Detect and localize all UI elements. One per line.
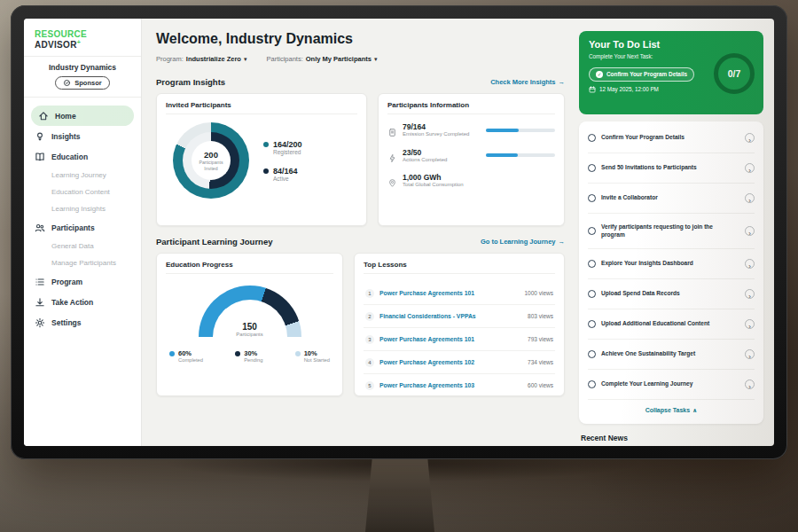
task-label: Upload Spend Data Records: [601, 290, 739, 298]
lesson-row: 4 Power Purchase Agreements 102 734 view…: [364, 351, 555, 374]
go-to-learning-journey-link[interactable]: Go to Learning Journey: [481, 238, 565, 246]
program-filter-value: Industrialize Zero: [186, 55, 241, 63]
sidebar-item-learning-insights[interactable]: Learning Insights: [24, 200, 141, 217]
legend-label: Active: [273, 176, 298, 182]
sidebar-item-program[interactable]: Program: [24, 271, 141, 292]
legend-item-pending: 30% Pending: [235, 349, 262, 363]
legend-label: Completed: [178, 357, 203, 363]
task-item[interactable]: Complete Your Learning Journey: [588, 370, 755, 400]
participants-filter-label: Participants:: [266, 55, 302, 63]
task-checkbox[interactable]: [588, 134, 596, 142]
sidebar-item-label: General Data: [51, 242, 94, 250]
sidebar-item-home[interactable]: Home: [31, 106, 134, 126]
task-item[interactable]: Invite a Collaborator: [588, 184, 755, 214]
chevron-right-icon[interactable]: [745, 133, 755, 143]
sidebar-item-manage-participants[interactable]: Manage Participants: [24, 254, 141, 271]
next-task-label: Confirm Your Program Details: [606, 71, 687, 77]
stat-global-consumption: 1,000 GWh Total Global Consumption: [387, 173, 555, 189]
sponsor-badge[interactable]: Sponsor: [55, 76, 109, 90]
donut-center-value: 200: [204, 150, 218, 160]
legend-item-not-started: 10% Not Started: [295, 349, 330, 363]
lesson-title-link[interactable]: Power Purchase Agreements 101: [379, 336, 522, 342]
logo-plus: +: [77, 39, 81, 45]
stat-value: 79/164: [403, 122, 481, 131]
invited-participants-card: Invited Participants 200 Participants In…: [156, 93, 367, 226]
task-item[interactable]: Upload Additional Educational Content: [588, 309, 755, 340]
chevron-right-icon[interactable]: [745, 163, 755, 173]
chevron-right-icon[interactable]: [745, 349, 755, 359]
task-checkbox[interactable]: [588, 260, 596, 268]
program-filter-dropdown[interactable]: Program: Industrialize Zero: [156, 55, 246, 63]
book-icon: [35, 152, 45, 162]
gear-icon: [35, 317, 45, 328]
sponsor-label: Sponsor: [74, 79, 101, 87]
task-checkbox[interactable]: [588, 320, 596, 328]
sidebar-item-label: Learning Journey: [51, 171, 106, 179]
chevron-right-icon[interactable]: [745, 259, 755, 269]
lesson-title-link[interactable]: Power Purchase Agreements 103: [379, 382, 522, 388]
chevron-right-icon[interactable]: [745, 289, 755, 299]
task-checkbox[interactable]: [588, 227, 596, 235]
todo-progress-ring: 0/7: [714, 53, 755, 94]
legend-dot-blue: [169, 351, 175, 356]
invited-donut-chart: 200 Participants Invited: [173, 122, 249, 199]
task-checkbox[interactable]: [588, 290, 596, 298]
legend-label: Registered: [273, 149, 302, 155]
sidebar-item-label: Insights: [51, 132, 81, 141]
stat-label: Emission Survey Completed: [403, 131, 481, 138]
legend-value: 164/200: [273, 140, 302, 149]
lesson-title-link[interactable]: Power Purchase Agreements 101: [379, 290, 519, 296]
participants-filter-dropdown[interactable]: Participants: Only My Participants: [266, 55, 377, 63]
sidebar-item-take-action[interactable]: Take Action: [24, 292, 141, 312]
next-task-pill[interactable]: Confirm Your Program Details: [589, 67, 694, 82]
donut-center: 200 Participants Invited: [192, 141, 231, 180]
task-item[interactable]: Achieve One Sustainability Target: [588, 340, 755, 370]
filter-bar: Program: Industrialize Zero Participants…: [156, 55, 565, 63]
sidebar-item-insights[interactable]: Insights: [24, 126, 141, 146]
task-checkbox[interactable]: [588, 350, 596, 358]
task-checkbox[interactable]: [588, 194, 596, 202]
lesson-views: 803 views: [528, 313, 553, 319]
gauge-center-label: Participants: [199, 332, 301, 337]
check-more-insights-link[interactable]: Check More Insights: [490, 78, 565, 86]
task-checkbox[interactable]: [588, 164, 596, 172]
sidebar-item-general-data[interactable]: General Data: [24, 238, 141, 254]
task-item[interactable]: Upload Spend Data Records: [588, 279, 755, 309]
legend-dot-pale: [295, 351, 301, 356]
task-item[interactable]: Explore Your Insights Dashboard: [588, 249, 755, 279]
task-label: Upload Additional Educational Content: [601, 320, 739, 328]
lesson-rank: 1: [365, 289, 374, 298]
people-icon: [35, 223, 45, 233]
chevron-right-icon[interactable]: [745, 193, 755, 203]
task-item[interactable]: Confirm Your Program Details: [588, 123, 755, 153]
task-label: Achieve One Sustainability Target: [601, 350, 739, 358]
task-checkbox[interactable]: [588, 380, 596, 388]
sidebar-item-learning-journey[interactable]: Learning Journey: [24, 167, 141, 184]
chevron-right-icon[interactable]: [745, 379, 755, 389]
sidebar-item-education-content[interactable]: Education Content: [24, 184, 141, 200]
lesson-title-link[interactable]: Financial Considerations - VPPAs: [379, 313, 522, 319]
page-title: Welcome, Industry Dynamics: [156, 31, 565, 47]
sidebar-item-education[interactable]: Education: [24, 146, 141, 167]
chevron-right-icon[interactable]: [745, 226, 755, 236]
task-item[interactable]: Send 50 Invitations to Participants: [588, 153, 755, 184]
logo-primary: RESOURCE: [35, 29, 87, 39]
lesson-title-link[interactable]: Power Purchase Agreements 102: [379, 359, 522, 365]
chevron-right-icon[interactable]: [745, 319, 755, 329]
sidebar-item-participants[interactable]: Participants: [24, 217, 141, 238]
todo-panel: Your To Do List Complete Your Next Task:…: [575, 19, 774, 446]
gauge-center: 150 Participants: [199, 322, 301, 337]
sidebar: RESOURCE ADVISOR+ Industry Dynamics Spon…: [24, 19, 142, 446]
lesson-rank: 3: [365, 335, 374, 344]
card-title: Invited Participants: [166, 101, 357, 114]
education-progress-card: Education Progress 150 Participants: [156, 253, 343, 396]
stat-label: Actions Completed: [403, 157, 481, 164]
home-icon: [38, 111, 49, 121]
collapse-tasks-link[interactable]: Collapse Tasks: [588, 400, 755, 422]
task-label: Invite a Collaborator: [601, 194, 739, 202]
sidebar-item-label: Take Action: [51, 298, 93, 307]
task-item[interactable]: Verify participants requesting to join t…: [588, 214, 755, 249]
sponsor-seal-icon: [63, 79, 71, 87]
sidebar-item-settings[interactable]: Settings: [24, 312, 141, 332]
sidebar-item-label: Program: [51, 278, 82, 286]
